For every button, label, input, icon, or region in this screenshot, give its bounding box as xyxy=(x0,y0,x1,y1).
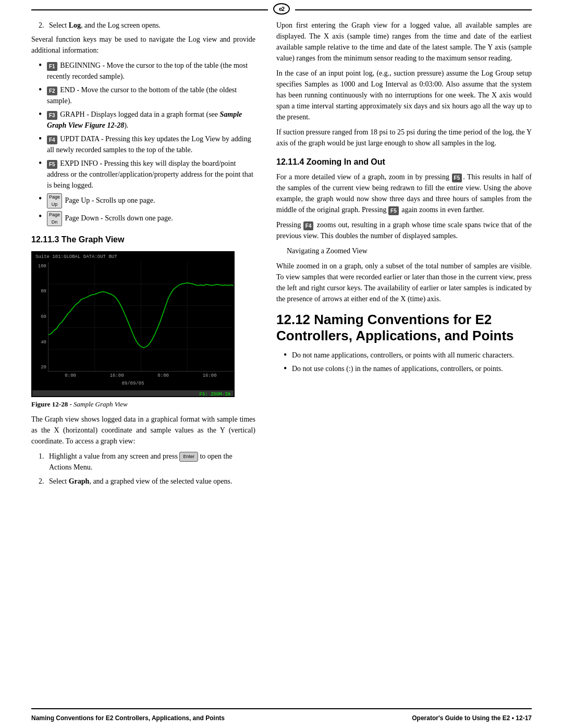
step-2-select-graph: 2. Select Graph, and a graphed view of t… xyxy=(31,476,255,487)
step-1-text: Highlight a value from any screen and pr… xyxy=(49,451,255,473)
nav-label: Navigating a Zoomed View xyxy=(287,245,532,256)
x-label-1: 0:00 xyxy=(65,373,76,380)
graph-plot-area xyxy=(48,262,234,372)
bullet-f3: • F3 GRAPH - Displays logged data in a g… xyxy=(39,109,255,131)
step-1-access-graph: 1. Highlight a value from any screen and… xyxy=(31,451,255,473)
pageup-text: PageUp Page Up - Scrolls up one page. xyxy=(47,193,155,208)
e2-logo: e2 xyxy=(273,3,290,15)
f5-text: F5 EXPD INFO - Pressing this key will di… xyxy=(47,158,255,191)
figure-caption-bold: Figure 12-28 xyxy=(31,400,68,408)
intro-para: Several function keys may be used to nav… xyxy=(31,34,255,56)
graph-header-text: Suite 101:GLOBAL DATA:OUT BUT xyxy=(32,252,234,261)
graph-footer: F5: ZOOM-IN xyxy=(32,390,234,398)
bullet-dot: • xyxy=(284,363,292,375)
x-label-4: 16:00 xyxy=(203,373,217,380)
figure-caption: Figure 12-28 - Sample Graph View xyxy=(31,399,255,410)
f1-text: F1 BEGINNING - Move the cursor to the to… xyxy=(47,60,255,82)
naming-bullet-1: • Do not name applications, controllers,… xyxy=(284,350,532,361)
zoom-section-title: 12.11.4 Zooming In and Out xyxy=(276,156,532,168)
f3-key: F3 xyxy=(47,111,57,120)
y-label-80: 80 xyxy=(41,288,46,295)
pageup-key: PageUp xyxy=(47,193,62,208)
right-para3: If suction pressure ranged from 18 psi t… xyxy=(276,127,532,149)
section-1212-title: 12.12 Naming Conventions for E2 Controll… xyxy=(276,312,532,344)
bullet-dot: • xyxy=(39,193,47,205)
section-1211-3-title: 12.11.3 The Graph View xyxy=(31,233,255,246)
bullet-f1: • F1 BEGINNING - Move the cursor to the … xyxy=(39,60,255,82)
footer-left: Naming Conventions for E2 Controllers, A… xyxy=(31,713,225,723)
graph-y-axis: 100 80 60 40 20 xyxy=(32,263,48,372)
enter-key: Enter xyxy=(179,452,198,462)
bullet-dot: • xyxy=(39,60,47,71)
zoom-f4-key: F4 xyxy=(303,221,314,230)
nav-para: While zoomed in on a graph, only a subse… xyxy=(276,261,532,304)
top-border: e2 xyxy=(31,9,532,15)
bullet-dot: • xyxy=(39,84,47,96)
pagedown-text: PageDn Page Down - Scrolls down one page… xyxy=(47,211,173,226)
step-2-number: 2. xyxy=(39,20,49,31)
right-intro-para: Upon first entering the Graph view for a… xyxy=(276,20,532,64)
zoom-para1: For a more detailed view of a graph, zoo… xyxy=(276,171,532,215)
bullet-pagedown: • PageDn Page Down - Scrolls down one pa… xyxy=(39,211,255,226)
bullet-dot: • xyxy=(39,133,47,145)
pagedown-key: PageDn xyxy=(47,211,62,226)
zoom-p1-text: For a more detailed view of a graph, zoo… xyxy=(276,173,452,181)
function-key-list: • F1 BEGINNING - Move the cursor to the … xyxy=(39,60,255,226)
step-1-num: 1. xyxy=(39,451,49,473)
f1-key: F1 xyxy=(47,62,57,71)
zoom-p2-start: Pressing xyxy=(276,221,303,229)
left-column: 2. Select Log, and the Log screen opens.… xyxy=(31,20,271,703)
y-label-100: 100 xyxy=(38,263,46,270)
graph-desc-p1: The Graph view shows logged data in a gr… xyxy=(31,414,255,447)
graph-date: 09/09/05 xyxy=(32,380,234,389)
bullet-dot: • xyxy=(284,350,292,361)
bullet-dot: • xyxy=(39,158,47,169)
figure-caption-rest: - Sample Graph View xyxy=(69,400,127,408)
zoom-para2: Pressing F4 zooms out, resulting in a gr… xyxy=(276,219,532,241)
zoom-p2-rest: zooms out, resulting in a graph whose ti… xyxy=(276,221,532,240)
bullet-f5: • F5 EXPD INFO - Pressing this key will … xyxy=(39,158,255,191)
f2-key: F2 xyxy=(47,87,57,95)
naming-bullet-1-text: Do not name applications, controllers, o… xyxy=(292,350,514,361)
page-footer: Naming Conventions for E2 Controllers, A… xyxy=(31,708,532,728)
naming-conventions-list: • Do not name applications, controllers,… xyxy=(284,350,532,375)
footer-right: Operator's Guide to Using the E2 • 12-17 xyxy=(412,713,532,723)
bullet-dot: • xyxy=(39,211,47,223)
graph-x-axis: 0:00 16:00 0:00 16:00 xyxy=(32,372,234,381)
right-column: Upon first entering the Graph view for a… xyxy=(271,20,532,703)
bullet-dot: • xyxy=(39,109,47,120)
step-2b-num: 2. xyxy=(39,476,49,487)
naming-bullet-2: • Do not use colons (:) in the names of … xyxy=(284,363,532,375)
step-2-item: 2. Select Log, and the Log screen opens. xyxy=(31,20,255,31)
step-2-text: Select Log, and the Log screen opens. xyxy=(49,20,161,31)
bullet-f4: • F4 UPDT DATA - Pressing this key updat… xyxy=(39,133,255,155)
bullet-f2: • F2 END - Move the cursor to the bottom… xyxy=(39,84,255,106)
zoom-f5-key: F5 xyxy=(452,174,462,182)
f3-text: F3 GRAPH - Displays logged data in a gra… xyxy=(47,109,255,131)
graph-svg xyxy=(48,262,234,371)
page: e2 2. Select Log, and the Log screen ope… xyxy=(0,0,563,728)
y-label-60: 60 xyxy=(41,314,46,321)
logo-area: e2 xyxy=(268,3,295,15)
f2-text: F2 END - Move the cursor to the bottom o… xyxy=(47,84,255,106)
y-label-20: 20 xyxy=(41,364,46,372)
bullet-pageup: • PageUp Page Up - Scrolls up one page. xyxy=(39,193,255,208)
zoom-p1-end: again zooms in even farther. xyxy=(400,206,484,214)
graph-body: 100 80 60 40 20 xyxy=(32,262,234,372)
f4-key: F4 xyxy=(47,135,57,144)
right-para2: In the case of an input point log, (e.g.… xyxy=(276,68,532,122)
x-label-2: 16:00 xyxy=(110,373,124,380)
footer-f5: F5: ZOOM-IN xyxy=(200,391,230,398)
x-label-3: 0:00 xyxy=(157,373,169,380)
graph-view-image: Suite 101:GLOBAL DATA:OUT BUT 100 80 60 … xyxy=(31,251,235,397)
main-content: 2. Select Log, and the Log screen opens.… xyxy=(0,15,563,703)
f4-text: F4 UPDT DATA - Pressing this key updates… xyxy=(47,133,255,155)
naming-bullet-2-text: Do not use colons (:) in the names of ap… xyxy=(292,363,503,374)
y-label-40: 40 xyxy=(41,339,46,347)
f5-key: F5 xyxy=(47,160,57,169)
zoom-f5b-key: F5 xyxy=(388,206,399,215)
step-2b-text: Select Graph, and a graphed view of the … xyxy=(49,476,232,487)
